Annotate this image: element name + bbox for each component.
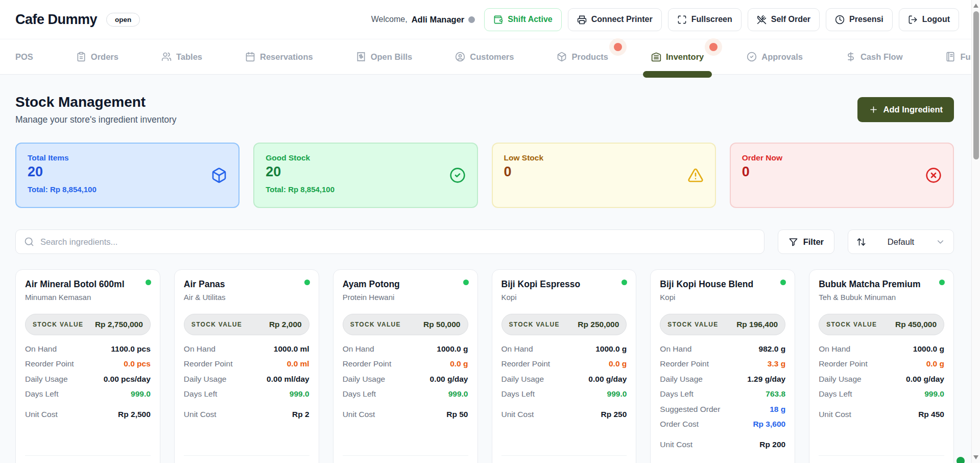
stock-value-badge: STOCK VALUE Rp 50,000 — [343, 314, 468, 335]
funnel-icon — [788, 237, 798, 247]
filter-button[interactable]: Filter — [778, 229, 834, 254]
search-input[interactable] — [40, 237, 756, 247]
nav-tab-customers[interactable]: Customers — [455, 39, 514, 74]
nav-tab-open-bills[interactable]: Open Bills — [356, 39, 413, 74]
metric-row-days-left: Days Left 999.0 — [501, 388, 627, 400]
metric-row-days-left: Days Left 999.0 — [343, 388, 468, 400]
nav-tab-inventory[interactable]: Inventory — [651, 39, 704, 74]
red-dot-icon — [709, 43, 718, 51]
metric-row-on-hand: On Hand 1000.0 g — [501, 343, 627, 355]
ingredient-card-bubuk-matcha-premium[interactable]: Bubuk Matcha Premium Teh & Bubuk Minuman… — [809, 269, 954, 463]
stat-value: 20 — [28, 164, 43, 180]
shift-active-button[interactable]: Shift Active — [484, 8, 561, 31]
self-order-button[interactable]: Self Order — [748, 8, 820, 31]
divider — [819, 455, 944, 456]
card-footer: Stock level OK — [25, 455, 151, 463]
stat-label: Low Stock — [504, 153, 544, 163]
printer-icon — [577, 15, 587, 25]
ingredient-grid: Air Mineral Botol 600ml Minuman Kemasan … — [15, 269, 954, 463]
metric-row-days-left: Days Left 763.8 — [660, 388, 785, 400]
nav-tab-tables[interactable]: Tables — [161, 39, 202, 74]
nav-tab-label: Cash Flow — [861, 52, 903, 62]
logout-icon — [908, 15, 918, 25]
stat-card-order-now[interactable]: Order Now 0 — [730, 143, 954, 208]
add-ingredient-button[interactable]: Add Ingredient — [857, 97, 954, 122]
vertical-scrollbar[interactable] — [971, 0, 980, 463]
stat-label: Order Now — [742, 153, 782, 163]
ingredient-name: Bubuk Matcha Premium — [819, 279, 944, 290]
ingredient-card-ayam-potong[interactable]: Ayam Potong Protein Hewani STOCK VALUE R… — [333, 269, 478, 463]
sort-selected-value: Default — [888, 237, 914, 247]
ingredient-category: Protein Hewani — [343, 293, 468, 302]
alert-triangle-icon — [687, 167, 704, 183]
ingredient-category: Minuman Kemasan — [25, 293, 151, 302]
nav-tab-pos[interactable]: POS — [15, 39, 33, 74]
stat-value: 20 — [266, 164, 281, 180]
app-viewport: Cafe Dummy open Welcome, Adli Manager Sh… — [0, 0, 980, 463]
calendar-icon — [245, 52, 255, 62]
sort-dropdown[interactable]: Default — [848, 229, 954, 254]
check-circle-icon — [449, 167, 466, 183]
ingredient-card-air-mineral-botol-600ml[interactable]: Air Mineral Botol 600ml Minuman Kemasan … — [15, 269, 160, 463]
divider — [25, 455, 151, 456]
title-row: Stock Management Manage your store's ing… — [15, 94, 954, 125]
ingredient-card-biji-kopi-espresso[interactable]: Biji Kopi Espresso Kopi STOCK VALUE Rp 2… — [492, 269, 637, 463]
stock-status-dot-icon — [939, 280, 945, 285]
ingredient-card-air-panas[interactable]: Air Panas Air & Utilitas STOCK VALUE Rp … — [174, 269, 319, 463]
toolbar: Filter Default — [15, 229, 954, 254]
metric-rows: On Hand 1000.0 g Reorder Point 0.0 g Dai… — [343, 343, 468, 420]
connect-printer-button[interactable]: Connect Printer — [568, 8, 662, 31]
metric-row-on-hand: On Hand 1000.0 g — [343, 343, 468, 355]
user-circle-icon — [455, 52, 465, 62]
search-icon — [24, 237, 34, 247]
metric-row-unit-cost: Unit Cost Rp 2,500 — [25, 409, 151, 420]
floating-green-dot[interactable] — [957, 457, 965, 463]
scrollbar-up-arrow[interactable] — [973, 4, 978, 8]
stock-value-badge: STOCK VALUE Rp 450,000 — [819, 314, 944, 335]
nav-tab-orders[interactable]: Orders — [76, 39, 118, 74]
scrollbar-down-arrow[interactable] — [973, 455, 978, 459]
metric-row-unit-cost: Unit Cost Rp 2 — [184, 409, 309, 420]
title-block: Stock Management Manage your store's ing… — [15, 94, 177, 125]
nav-tab-label: POS — [15, 52, 33, 62]
page-subtitle: Manage your store's ingredient inventory — [15, 114, 177, 125]
nav-tab-cash-flow[interactable]: Cash Flow — [846, 39, 903, 74]
nav-tab-label: Inventory — [666, 52, 704, 62]
stock-value-badge: STOCK VALUE Rp 2,000 — [184, 314, 309, 335]
welcome-prefix: Welcome, — [371, 15, 408, 24]
nav-tab-reservations[interactable]: Reservations — [245, 39, 313, 74]
nav-tab-products[interactable]: Products — [557, 39, 608, 74]
check-circle-icon — [747, 52, 757, 62]
card-footer: Stock level OK — [819, 455, 944, 463]
package-icon — [557, 52, 567, 62]
metric-row-reorder-point: Reorder Point 0.0 g — [343, 358, 468, 369]
stat-label: Good Stock — [266, 153, 310, 163]
presensi-button[interactable]: Presensi — [826, 8, 893, 31]
dollar-icon — [846, 52, 856, 62]
stock-value-badge: STOCK VALUE Rp 2,750,000 — [25, 314, 151, 335]
nav-tab-label: Tables — [176, 52, 202, 62]
stat-card-total-items[interactable]: Total Items 20 Total: Rp 8,854,100 — [15, 143, 240, 208]
clipboard-icon — [76, 52, 86, 62]
fullscreen-button[interactable]: Fullscreen — [668, 8, 742, 31]
metric-row-reorder-point: Reorder Point 3.3 g — [660, 358, 785, 369]
stock-status-dot-icon — [463, 280, 469, 285]
stock-status-dot-icon — [304, 280, 310, 285]
metric-row-reorder-point: Reorder Point 0.0 g — [819, 358, 944, 369]
scrollbar-thumb[interactable] — [973, 11, 979, 159]
stat-card-low-stock[interactable]: Low Stock 0 — [492, 143, 716, 208]
stats-row: Total Items 20 Total: Rp 8,854,100 Good … — [15, 143, 954, 208]
stat-card-good-stock[interactable]: Good Stock 20 Total: Rp 8,854,100 — [253, 143, 477, 208]
nav-tab-approvals[interactable]: Approvals — [747, 39, 803, 74]
page-title: Stock Management — [15, 94, 177, 110]
notification-dot — [609, 38, 627, 56]
metric-row-unit-cost: Unit Cost Rp 200 — [660, 439, 785, 450]
ingredient-category: Teh & Bubuk Minuman — [819, 293, 944, 302]
metric-row-daily-usage: Daily Usage 0.00 ml/day — [184, 374, 309, 385]
stat-text: Order Now 0 — [742, 153, 782, 197]
logout-button[interactable]: Logout — [899, 8, 959, 31]
ingredient-card-biji-kopi-house-blend[interactable]: Biji Kopi House Blend Kopi STOCK VALUE R… — [650, 269, 795, 463]
metric-row-on-hand: On Hand 1100.0 pcs — [25, 343, 151, 355]
metric-rows: On Hand 1000.0 ml Reorder Point 0.0 ml D… — [184, 343, 309, 420]
ingredient-name: Biji Kopi House Blend — [660, 279, 785, 290]
